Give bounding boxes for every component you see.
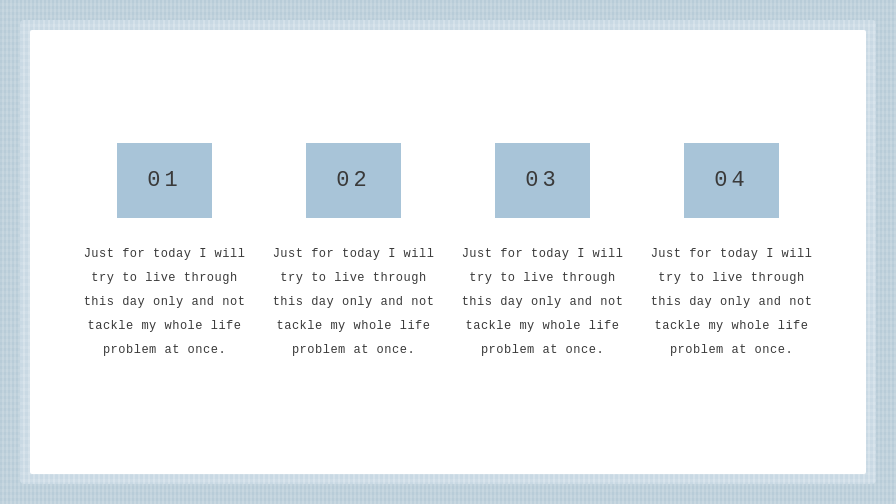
inner-card: 01Just for today I will try to live thro… [30,30,866,474]
card-text-3: Just for today I will try to live throug… [453,242,633,362]
number-label-3: 03 [525,168,559,193]
number-box-2: 02 [306,143,401,218]
card-3: 03Just for today I will try to live thro… [453,143,633,362]
number-label-4: 04 [714,168,748,193]
card-text-1: Just for today I will try to live throug… [75,242,255,362]
number-label-2: 02 [336,168,370,193]
outer-border: 01Just for today I will try to live thro… [20,20,876,484]
number-box-1: 01 [117,143,212,218]
card-1: 01Just for today I will try to live thro… [75,143,255,362]
card-2: 02Just for today I will try to live thro… [264,143,444,362]
cards-container: 01Just for today I will try to live thro… [30,123,866,382]
card-4: 04Just for today I will try to live thro… [642,143,822,362]
number-box-3: 03 [495,143,590,218]
number-label-1: 01 [147,168,181,193]
card-text-4: Just for today I will try to live throug… [642,242,822,362]
number-box-4: 04 [684,143,779,218]
card-text-2: Just for today I will try to live throug… [264,242,444,362]
